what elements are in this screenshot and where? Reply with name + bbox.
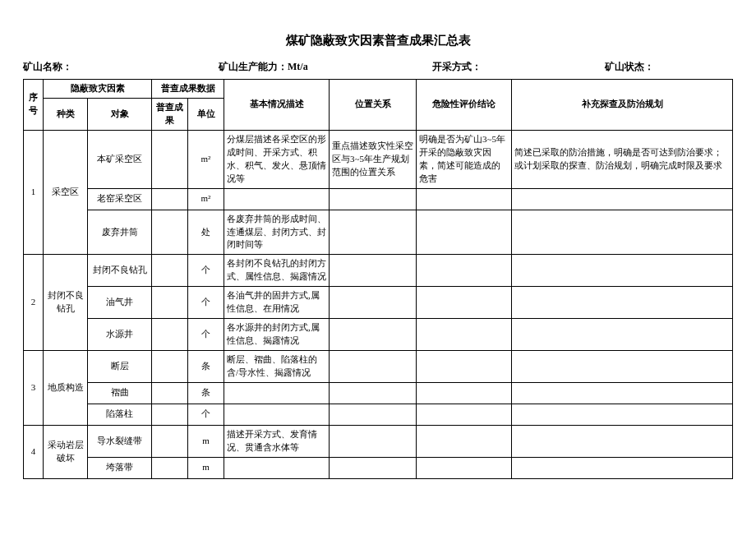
unit-cell: m (188, 457, 224, 478)
unit-cell: 个 (188, 319, 224, 351)
eval-cell: 明确是否为矿山3~5年开采的隐蔽致灾因素，简述可能造成的危害 (417, 130, 512, 188)
plan-cell (512, 287, 733, 319)
unit-cell: 个 (188, 287, 224, 319)
plan-cell (512, 382, 733, 404)
meta-row: 矿山名称： 矿山生产能力：Mt/a 开采方式： 矿山状杰： (23, 60, 733, 74)
pos-cell (330, 188, 417, 210)
desc-cell (224, 188, 330, 210)
th-result-group: 普查成果数据 (152, 80, 224, 99)
unit-cell: 个 (188, 255, 224, 287)
desc-cell: 描述开采方式、发育情况、贯通含水体等 (224, 425, 330, 457)
th-seq: 序号 (24, 80, 44, 131)
result-cell (152, 255, 188, 287)
pos-cell (330, 255, 417, 287)
result-cell (152, 287, 188, 319)
object-cell: 老窑采空区 (88, 188, 152, 210)
seq-cell: 1 (24, 130, 44, 255)
meta-method: 开采方式： (432, 60, 605, 74)
result-cell (152, 457, 188, 478)
plan-cell (512, 319, 733, 351)
result-cell (152, 382, 188, 404)
plan-cell (512, 404, 733, 425)
meta-capacity: 矿山生产能力：Mt/a (219, 60, 432, 74)
eval-cell (417, 210, 512, 255)
th-pos: 位置关系 (330, 80, 417, 131)
th-result-val: 普查成果 (152, 98, 188, 130)
eval-cell (417, 404, 512, 425)
pos-cell (330, 425, 417, 457)
th-factor-obj: 对象 (88, 98, 152, 130)
object-cell: 陷落柱 (88, 404, 152, 425)
pos-cell (330, 382, 417, 404)
th-factor-cat: 种类 (44, 98, 88, 130)
pos-cell (330, 210, 417, 255)
unit-cell: 处 (188, 210, 224, 255)
pos-cell (330, 404, 417, 425)
result-cell (152, 188, 188, 210)
object-cell: 油气井 (88, 287, 152, 319)
pos-cell: 重点描述致灾性采空区与3~5年生产规划范围的位置关系 (330, 130, 417, 188)
result-cell (152, 210, 188, 255)
th-result-unit: 单位 (188, 98, 224, 130)
result-cell (152, 130, 188, 188)
plan-cell (512, 188, 733, 210)
object-cell: 封闭不良钻孔 (88, 255, 152, 287)
desc-cell: 各废弃井筒的形成时间、连通煤层、封闭方式、封闭时间等 (224, 210, 330, 255)
meta-status: 矿山状杰： (605, 60, 654, 74)
pos-cell (330, 287, 417, 319)
unit-cell: m² (188, 188, 224, 210)
object-cell: 导水裂缝带 (88, 425, 152, 457)
category-cell: 封闭不良钻孔 (44, 255, 88, 351)
plan-cell (512, 210, 733, 255)
result-cell (152, 404, 188, 425)
object-cell: 断层 (88, 351, 152, 383)
desc-cell: 各水源井的封闭方式,属性信息、揭露情况 (224, 319, 330, 351)
pos-cell (330, 351, 417, 383)
object-cell: 废弃井筒 (88, 210, 152, 255)
plan-cell (512, 255, 733, 287)
category-cell: 采空区 (44, 130, 88, 255)
pos-cell (330, 319, 417, 351)
object-cell: 垮落带 (88, 457, 152, 478)
meta-name: 矿山名称： (23, 60, 219, 74)
plan-cell (512, 425, 733, 457)
desc-cell: 各封闭不良钻孔的封闭方式、属性信息、揭露情况 (224, 255, 330, 287)
eval-cell (417, 351, 512, 383)
category-cell: 采动岩层破坏 (44, 425, 88, 478)
seq-cell: 4 (24, 425, 44, 478)
desc-cell (224, 457, 330, 478)
pos-cell (330, 457, 417, 478)
result-cell (152, 351, 188, 383)
eval-cell (417, 319, 512, 351)
desc-cell (224, 404, 330, 425)
th-eval: 危险性评价结论 (417, 80, 512, 131)
plan-cell (512, 457, 733, 478)
desc-cell (224, 382, 330, 404)
eval-cell (417, 457, 512, 478)
unit-cell: m (188, 425, 224, 457)
object-cell: 水源井 (88, 319, 152, 351)
unit-cell: 条 (188, 382, 224, 404)
eval-cell (417, 188, 512, 210)
page-title: 煤矿隐蔽致灾因素普查成果汇总表 (23, 33, 733, 48)
th-desc: 基本情况描述 (224, 80, 330, 131)
desc-cell: 断层、褶曲、陷落柱的含/导水性、揭露情况 (224, 351, 330, 383)
eval-cell (417, 382, 512, 404)
seq-cell: 3 (24, 351, 44, 426)
unit-cell: m² (188, 130, 224, 188)
eval-cell (417, 255, 512, 287)
object-cell: 褶曲 (88, 382, 152, 404)
th-factor-group: 隐蔽致灾因素 (44, 80, 152, 99)
plan-cell (512, 351, 733, 383)
category-cell: 地质构造 (44, 351, 88, 426)
summary-table: 序号 隐蔽致灾因素 普查成果数据 基本情况描述 位置关系 危险性评价结论 补充探… (23, 79, 733, 479)
object-cell: 本矿采空区 (88, 130, 152, 188)
th-plan: 补充探查及防治规划 (512, 80, 733, 131)
desc-cell: 各油气井的固井方式,属性信息、在用情况 (224, 287, 330, 319)
unit-cell: 个 (188, 404, 224, 425)
plan-cell: 简述已采取的防治措施，明确是否可达到防治要求；或计划采取的探查、防治规划，明确完… (512, 130, 733, 188)
unit-cell: 条 (188, 351, 224, 383)
eval-cell (417, 287, 512, 319)
desc-cell: 分煤层描述各采空区的形成时间、开采方式、积水、积气、发火、悬顶情况等 (224, 130, 330, 188)
result-cell (152, 425, 188, 457)
